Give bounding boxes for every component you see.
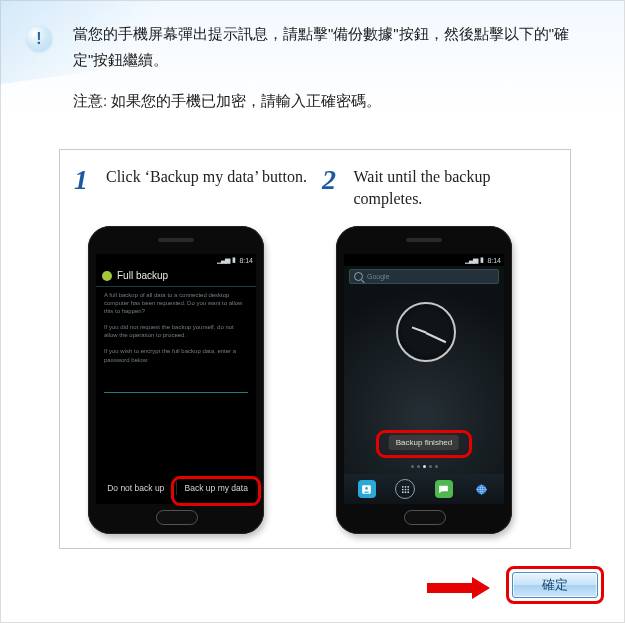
messaging-app-icon — [435, 480, 453, 498]
message-main: 當您的手機屏幕彈出提示訊息，請點擊"備份數據"按鈕，然後點擊以下的"確定"按鈕繼… — [73, 21, 596, 72]
apps-drawer-icon — [395, 479, 415, 499]
status-bar: ▁▃▅ ▮ 8:14 — [344, 254, 504, 266]
svg-point-2 — [402, 485, 404, 487]
svg-point-10 — [407, 491, 409, 493]
step-two-text: Wait until the backup completes. — [354, 164, 561, 209]
highlight-ok-button: 確定 — [506, 566, 604, 604]
google-search-bar: Google — [349, 269, 499, 284]
password-input-line — [104, 382, 248, 393]
message-note: 注意: 如果您的手機已加密，請輸入正確密碼。 — [73, 88, 596, 114]
status-time: 8:14 — [239, 257, 253, 264]
step-two-number: 2 — [322, 164, 354, 194]
clock-minute-hand — [426, 332, 447, 343]
android-icon — [102, 271, 112, 281]
contacts-app-icon — [358, 480, 376, 498]
svg-point-9 — [404, 491, 406, 493]
dock — [344, 474, 504, 504]
phone-speaker — [158, 238, 194, 242]
phone-one-screen: ▁▃▅ ▮ 8:14 Full backup A full backup of … — [96, 254, 256, 504]
svg-point-3 — [404, 485, 406, 487]
signal-icon: ▁▃▅ — [465, 256, 477, 264]
ok-button[interactable]: 確定 — [512, 572, 598, 598]
backup-finished-toast: Backup finished — [389, 435, 459, 450]
illustration-panel: 1 Click ‘Backup my data’ button. ▁▃▅ ▮ 8… — [59, 149, 571, 549]
backup-text-2: If you did not request the backup yourse… — [104, 323, 248, 339]
step-one-number: 1 — [74, 164, 106, 194]
svg-point-7 — [407, 488, 409, 490]
browser-app-icon — [472, 480, 490, 498]
phone-mock-two: ▁▃▅ ▮ 8:14 Google Backup finished — [336, 226, 512, 534]
do-not-back-up-action: Do not back up — [96, 478, 176, 498]
step-two-pane: 2 Wait until the backup completes. ▁▃▅ ▮… — [322, 164, 560, 538]
phone-mock-one: ▁▃▅ ▮ 8:14 Full backup A full backup of … — [88, 226, 264, 534]
signal-icon: ▁▃▅ — [217, 256, 229, 264]
svg-point-1 — [365, 487, 368, 490]
full-backup-body: A full backup of all data to a connected… — [96, 287, 256, 376]
svg-point-6 — [404, 488, 406, 490]
backup-text-1: A full backup of all data to a connected… — [104, 291, 248, 315]
arrow-icon — [427, 577, 497, 599]
svg-point-5 — [402, 488, 404, 490]
step-two-header: 2 Wait until the backup completes. — [322, 164, 560, 212]
search-placeholder: Google — [367, 273, 390, 280]
status-bar: ▁▃▅ ▮ 8:14 — [96, 254, 256, 266]
clock-widget — [396, 302, 456, 362]
phone-two-screen: ▁▃▅ ▮ 8:14 Google Backup finished — [344, 254, 504, 504]
search-icon — [354, 272, 363, 281]
status-time: 8:14 — [487, 257, 501, 264]
phone-speaker — [406, 238, 442, 242]
back-up-my-data-action: Back up my data — [177, 478, 257, 498]
svg-point-8 — [402, 491, 404, 493]
svg-point-4 — [407, 485, 409, 487]
backup-actions: Do not back up Back up my data — [96, 478, 256, 498]
battery-icon: ▮ — [480, 256, 484, 264]
backup-instruction-dialog: ! 當您的手機屏幕彈出提示訊息，請點擊"備份數據"按鈕，然後點擊以下的"確定"按… — [0, 0, 625, 623]
home-button — [404, 510, 446, 525]
ok-button-area: 確定 — [502, 562, 608, 608]
clock-hour-hand — [412, 327, 427, 334]
step-one-text: Click ‘Backup my data’ button. — [106, 164, 307, 188]
message-block: 當您的手機屏幕彈出提示訊息，請點擊"備份數據"按鈕，然後點擊以下的"確定"按鈕繼… — [73, 21, 596, 114]
full-backup-title: Full backup — [117, 270, 168, 281]
battery-icon: ▮ — [232, 256, 236, 264]
page-dots — [344, 465, 504, 468]
info-icon: ! — [25, 25, 53, 53]
step-one-header: 1 Click ‘Backup my data’ button. — [74, 164, 312, 212]
step-one-pane: 1 Click ‘Backup my data’ button. ▁▃▅ ▮ 8… — [74, 164, 312, 538]
home-button — [156, 510, 198, 525]
full-backup-header: Full backup — [96, 266, 256, 287]
backup-text-3: If you wish to encrypt the full backup d… — [104, 347, 248, 363]
